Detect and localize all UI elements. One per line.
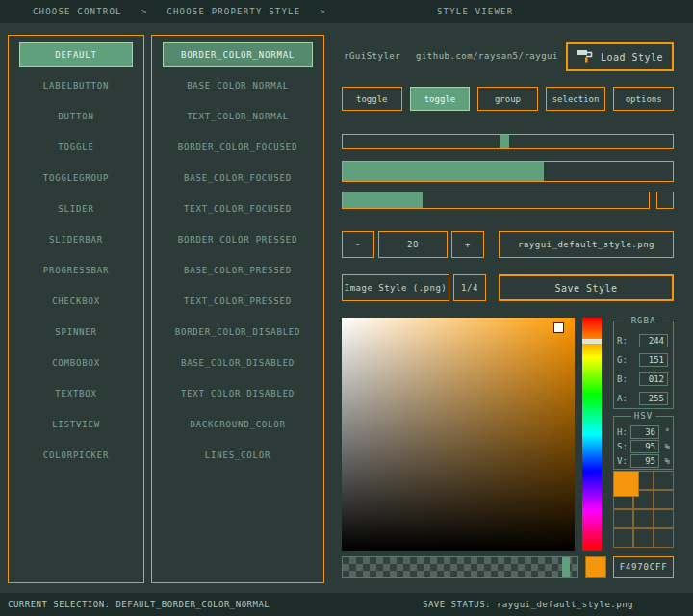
rgba-value-box[interactable]: 151	[639, 353, 668, 367]
control-item-labelbutton[interactable]: LABELBUTTON	[19, 73, 133, 98]
property-item-text_color_pressed[interactable]: TEXT_COLOR_PRESSED	[163, 289, 313, 314]
repo-link-label: github.com/raysan5/raygui	[416, 51, 558, 61]
save-style-label: Save Style	[554, 283, 617, 294]
rgba-value-box[interactable]: 255	[639, 392, 668, 405]
property-item-base_color_normal[interactable]: BASE_COLOR_NORMAL	[163, 73, 313, 98]
hsv-label: H:	[617, 427, 630, 437]
control-item-progressbar[interactable]: PROGRESSBAR	[19, 258, 133, 283]
current-color-swatch[interactable]	[613, 471, 639, 497]
property-item-border_color_focused[interactable]: BORDER_COLOR_FOCUSED	[163, 135, 313, 160]
property-item-text_color_normal[interactable]: TEXT_COLOR_NORMAL	[163, 104, 313, 129]
property-item-base_color_pressed[interactable]: BASE_COLOR_PRESSED	[163, 258, 313, 283]
rgba-value-box[interactable]: 244	[639, 334, 668, 347]
property-item-border_color_disabled[interactable]: BORDER_COLOR_DISABLED	[163, 320, 313, 345]
status-bar: CURRENT SELECTION: DEFAULT_BORDER_COLOR_…	[0, 593, 693, 616]
top-bar: CHOOSE CONTROL > CHOOSE PROPERTY STYLE >…	[0, 0, 693, 23]
slider-control[interactable]	[342, 134, 674, 149]
combobox-counter[interactable]: 1/4	[453, 274, 486, 301]
toggle-option-3-selection[interactable]: selection	[546, 87, 606, 111]
spinner-value-box[interactable]: 28	[378, 231, 448, 258]
save-style-button[interactable]: Save Style	[499, 274, 674, 301]
palette-cell-8[interactable]	[654, 509, 674, 528]
chevron-right-icon: >	[141, 7, 148, 16]
paint-roller-icon	[577, 48, 594, 65]
rgba-row: G:151	[614, 350, 673, 370]
checkbox[interactable]	[656, 192, 674, 209]
control-item-default[interactable]: DEFAULT	[19, 42, 133, 67]
minus-icon: -	[355, 240, 361, 249]
filename-textbox[interactable]: raygui_default_style.png	[499, 231, 674, 258]
hsv-suffix: °	[661, 427, 670, 437]
hex-value-box[interactable]: F4970CFF	[613, 556, 674, 578]
hsv-row: H:36°	[614, 424, 673, 439]
control-item-textbox[interactable]: TEXTBOX	[19, 381, 133, 406]
rgba-value-box[interactable]: 012	[639, 372, 668, 386]
color-palette	[613, 471, 674, 548]
load-style-button[interactable]: Load Style	[566, 42, 674, 71]
property-item-base_color_disabled[interactable]: BASE_COLOR_DISABLED	[163, 350, 313, 375]
control-list: DEFAULTLABELBUTTONBUTTONTOGGLETOGGLEGROU…	[9, 42, 143, 468]
hsv-row: S:95%	[614, 439, 673, 453]
control-item-slider[interactable]: SLIDER	[19, 196, 133, 221]
slider-bar-control[interactable]	[342, 161, 674, 182]
style-format-combobox[interactable]: Image Style (.png)	[342, 274, 449, 301]
control-item-listview[interactable]: LISTVIEW	[19, 412, 133, 437]
property-item-border_color_normal[interactable]: BORDER_COLOR_NORMAL	[163, 42, 313, 67]
app-name-label: rGuiStyler	[344, 51, 400, 61]
hsv-value-box[interactable]: 95	[630, 454, 659, 468]
property-item-text_color_focused[interactable]: TEXT_COLOR_FOCUSED	[163, 196, 313, 221]
property-item-border_color_pressed[interactable]: BORDER_COLOR_PRESSED	[163, 227, 313, 252]
color-preview-box	[585, 556, 606, 578]
color-panel-cursor[interactable]	[554, 323, 563, 332]
palette-cell-6[interactable]	[613, 509, 633, 528]
toggle-option-0-toggle[interactable]: toggle	[342, 87, 402, 111]
section-title-choose-control: CHOOSE CONTROL	[33, 7, 122, 16]
sliderbar-fill	[343, 162, 544, 181]
current-selection-status: CURRENT SELECTION: DEFAULT_BORDER_COLOR_…	[8, 600, 270, 609]
hue-bar[interactable]	[582, 318, 602, 551]
property-item-background_color[interactable]: BACKGROUND_COLOR	[163, 412, 313, 437]
rgba-group-box: RGBA R:244G:151B:012A:255	[613, 321, 674, 409]
control-item-colorpicker[interactable]: COLORPICKER	[19, 443, 133, 468]
rgba-row: R:244	[614, 331, 673, 350]
spinner-decrement-button[interactable]: -	[342, 231, 374, 258]
control-item-togglegroup[interactable]: TOGGLEGROUP	[19, 166, 133, 191]
palette-cell-11[interactable]	[654, 528, 674, 548]
hsv-value-box[interactable]: 95	[630, 440, 659, 453]
progressbar-fill	[343, 192, 423, 208]
section-title-choose-property-style: CHOOSE PROPERTY STYLE	[167, 7, 300, 16]
save-status: SAVE STATUS: raygui_default_style.png	[423, 600, 633, 609]
palette-cell-5[interactable]	[654, 490, 674, 509]
toggle-option-2-group[interactable]: group	[477, 87, 538, 111]
progress-bar	[342, 192, 650, 209]
control-item-button[interactable]: BUTTON	[19, 104, 133, 129]
slider-handle[interactable]	[500, 135, 509, 148]
spinner-increment-button[interactable]: +	[451, 231, 484, 258]
alpha-handle[interactable]	[562, 557, 570, 577]
hsv-row: V:95%	[614, 453, 673, 468]
plus-icon: +	[465, 240, 471, 249]
hue-handle[interactable]	[582, 339, 602, 344]
control-item-combobox[interactable]: COMBOBOX	[19, 350, 133, 375]
control-item-spinner[interactable]: SPINNER	[19, 320, 133, 345]
property-item-lines_color[interactable]: LINES_COLOR	[163, 443, 313, 468]
palette-cell-7[interactable]	[633, 509, 654, 528]
palette-cell-2[interactable]	[654, 471, 674, 490]
property-item-base_color_focused[interactable]: BASE_COLOR_FOCUSED	[163, 166, 313, 191]
load-style-label: Load Style	[601, 52, 663, 63]
hsv-suffix: %	[661, 456, 670, 466]
control-item-toggle[interactable]: TOGGLE	[19, 135, 133, 160]
palette-cell-9[interactable]	[613, 528, 633, 548]
control-item-sliderbar[interactable]: SLIDERBAR	[19, 227, 133, 252]
hsv-label: S:	[617, 442, 630, 451]
alpha-slider[interactable]	[342, 556, 578, 578]
color-values-column: RGBA R:244G:151B:012A:255 HSV H:36°S:95%…	[613, 318, 674, 551]
palette-cell-10[interactable]	[633, 528, 654, 548]
toggle-option-1-toggle[interactable]: toggle	[410, 87, 471, 111]
property-item-text_color_disabled[interactable]: TEXT_COLOR_DISABLED	[163, 381, 313, 406]
color-panel[interactable]	[342, 318, 575, 551]
hsv-value-box[interactable]: 36	[630, 425, 659, 439]
control-list-panel: DEFAULTLABELBUTTONBUTTONTOGGLETOGGLEGROU…	[8, 35, 144, 583]
toggle-option-4-options[interactable]: options	[613, 87, 674, 111]
control-item-checkbox[interactable]: CHECKBOX	[19, 289, 133, 314]
